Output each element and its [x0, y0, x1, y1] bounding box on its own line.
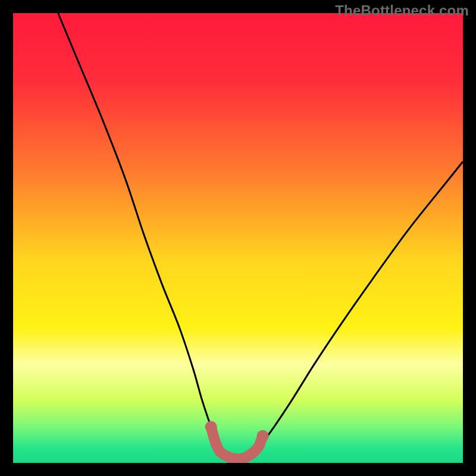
bottleneck-chart	[13, 13, 463, 463]
watermark-text: TheBottleneck.com	[335, 2, 469, 19]
chart-frame: TheBottleneck.com	[0, 0, 476, 476]
gradient-background	[13, 13, 463, 463]
marker-end-dot	[205, 421, 217, 433]
marker-end-dot	[257, 430, 269, 442]
plot-area	[13, 13, 463, 463]
